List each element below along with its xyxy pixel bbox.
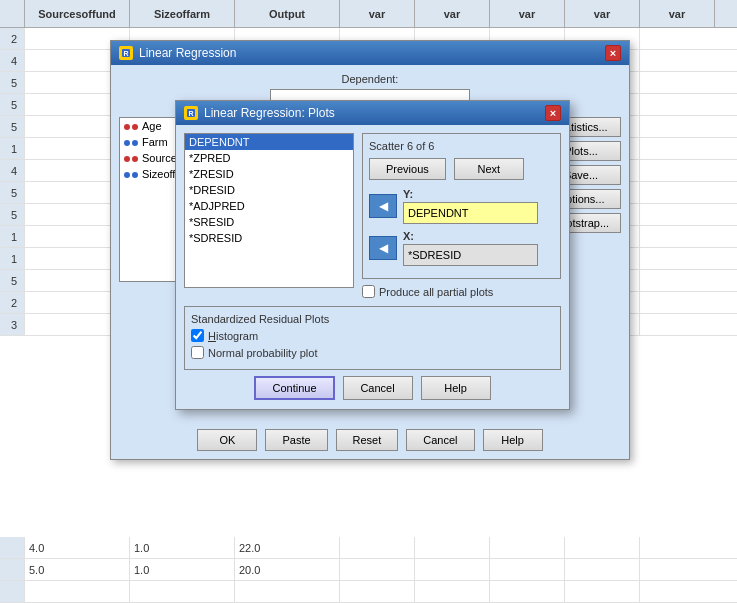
histogram-row: Histogram	[191, 329, 554, 342]
dependent-label: Dependent:	[119, 73, 621, 85]
ok-button[interactable]: OK	[197, 429, 257, 451]
col-sourcesoffund: Sourcesoffund	[25, 0, 130, 27]
plots-dialog-title: Linear Regression: Plots	[204, 106, 335, 120]
plots-titlebar: R Linear Regression: Plots ×	[176, 101, 569, 125]
col-var1: var	[340, 0, 415, 27]
x-axis-field[interactable]	[403, 244, 538, 266]
spreadsheet-header: Sourcesoffund Sizeoffarm Output var var …	[0, 0, 737, 28]
plots-close-button[interactable]: ×	[545, 105, 561, 121]
prev-next-row: Previous Next	[369, 158, 554, 180]
partial-plots-row: Produce all partial plots	[362, 285, 561, 298]
partial-plots-checkbox[interactable]	[362, 285, 375, 298]
move-x-button[interactable]: ◀	[369, 236, 397, 260]
x-axis-row: ◀ X:	[369, 230, 554, 266]
plots-variable-section: DEPENDNT *ZPRED *ZRESID *DRESID *ADJPRED…	[184, 133, 354, 298]
plots-var-item[interactable]: *DRESID	[185, 182, 353, 198]
y-axis-row: ◀ Y:	[369, 188, 554, 224]
table-row: 5.01.020.0	[0, 559, 737, 581]
plots-var-item[interactable]: *ZPRED	[185, 150, 353, 166]
plots-cancel-button[interactable]: Cancel	[343, 376, 413, 400]
table-row: 4.01.022.0	[0, 537, 737, 559]
histogram-label: Histogram	[208, 330, 258, 342]
scatter-title: Scatter 6 of 6	[369, 140, 554, 152]
plots-variable-list[interactable]: DEPENDNT *ZPRED *ZRESID *DRESID *ADJPRED…	[184, 133, 354, 288]
normal-probability-label: Normal probability plot	[208, 347, 317, 359]
col-var5: var	[640, 0, 715, 27]
histogram-checkbox[interactable]	[191, 329, 204, 342]
row-num-header	[0, 0, 25, 27]
col-output: Output	[235, 0, 340, 27]
col-sizeoffarm: Sizeoffarm	[130, 0, 235, 27]
plots-var-item[interactable]: *ZRESID	[185, 166, 353, 182]
y-axis-field[interactable]	[403, 202, 538, 224]
plots-var-item[interactable]: *SDRESID	[185, 230, 353, 246]
scatter-group: Scatter 6 of 6 Previous Next ◀ Y:	[362, 133, 561, 279]
dialog-close-button[interactable]: ×	[605, 45, 621, 61]
partial-plots-label: Produce all partial plots	[379, 286, 493, 298]
next-button[interactable]: Next	[454, 158, 524, 180]
col-var4: var	[565, 0, 640, 27]
plots-bottom-buttons: Continue Cancel Help	[176, 376, 569, 400]
svg-text:R: R	[188, 110, 193, 117]
titlebar-left: R Linear Regression	[119, 46, 236, 60]
cancel-button[interactable]: Cancel	[406, 429, 474, 451]
dialog-title: Linear Regression	[139, 46, 236, 60]
reset-button[interactable]: Reset	[336, 429, 399, 451]
y-axis-label: Y:	[403, 188, 554, 200]
continue-button[interactable]: Continue	[254, 376, 334, 400]
plots-dialog: R Linear Regression: Plots × DEPENDNT *Z…	[175, 100, 570, 410]
table-row	[0, 581, 737, 603]
standardized-residual-group: Standardized Residual Plots Histogram No…	[184, 306, 561, 370]
help-button[interactable]: Help	[483, 429, 543, 451]
variable-name: Farm	[142, 136, 168, 148]
linear-regression-titlebar: R Linear Regression ×	[111, 41, 629, 65]
plots-scatter-section: Scatter 6 of 6 Previous Next ◀ Y:	[362, 133, 561, 298]
plots-dialog-icon: R	[184, 106, 198, 120]
col-var3: var	[490, 0, 565, 27]
x-axis-label: X:	[403, 230, 554, 242]
plots-var-item[interactable]: *ADJPRED	[185, 198, 353, 214]
std-residual-title: Standardized Residual Plots	[191, 313, 554, 325]
dialog-icon: R	[119, 46, 133, 60]
move-y-button[interactable]: ◀	[369, 194, 397, 218]
normal-probability-row: Normal probability plot	[191, 346, 554, 359]
paste-button[interactable]: Paste	[265, 429, 327, 451]
normal-probability-checkbox[interactable]	[191, 346, 204, 359]
col-var2: var	[415, 0, 490, 27]
plots-var-item[interactable]: DEPENDNT	[185, 134, 353, 150]
plots-var-item[interactable]: *SRESID	[185, 214, 353, 230]
previous-button[interactable]: Previous	[369, 158, 446, 180]
plots-content: DEPENDNT *ZPRED *ZRESID *DRESID *ADJPRED…	[176, 125, 569, 306]
svg-text:R: R	[123, 50, 128, 57]
variable-name: Age	[142, 120, 162, 132]
plots-help-button[interactable]: Help	[421, 376, 491, 400]
